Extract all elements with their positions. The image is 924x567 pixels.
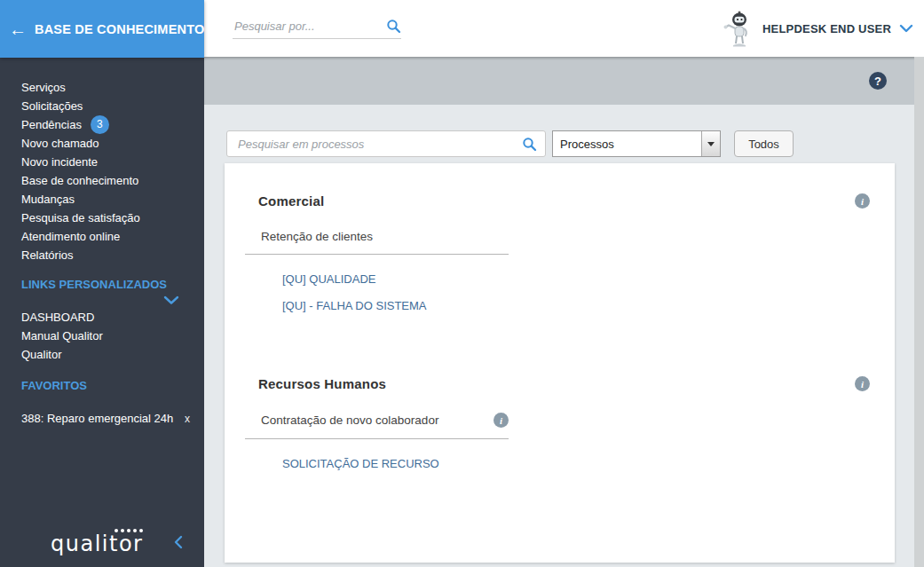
links-collapse-row (0, 293, 204, 305)
search-icon[interactable] (386, 19, 401, 34)
process-search-input[interactable] (236, 137, 517, 152)
topbar: HELPDESK END USER (204, 0, 924, 57)
app-window: ← BASE DE CONHECIMENTO ServiçosSolicitaç… (0, 0, 924, 567)
section-title: Recursos Humanos (258, 376, 386, 391)
chevron-down-icon[interactable] (163, 295, 179, 305)
sidebar-item-label: Relatórios (21, 246, 74, 264)
section-header: Comerciali (225, 193, 895, 209)
global-search (233, 19, 401, 39)
process-name: Retenção de clientes (261, 230, 373, 243)
chevron-down-icon (899, 24, 913, 33)
page-title: BASE DE CONHECIMENTO (35, 22, 204, 36)
article-link-list: SOLICITAÇÃO DE RECURSO (282, 451, 895, 477)
sidebar-footer: qualitor (0, 523, 204, 560)
section-title: Comercial (258, 193, 324, 209)
scrollbar[interactable] (914, 57, 924, 567)
sidebar-item-label: Serviços (21, 78, 66, 97)
sidebar-item-servicos[interactable]: Serviços (0, 78, 204, 97)
sidebar-item-novo-chamado[interactable]: Novo chamado (0, 134, 204, 153)
user-name: HELPDESK END USER (762, 22, 891, 35)
collapse-sidebar-icon[interactable] (174, 535, 183, 549)
sidebar-item-label: Pendências (21, 115, 82, 134)
robot-avatar (723, 10, 754, 47)
section-info-icon[interactable]: i (855, 193, 870, 209)
sidebar-link-dashboard[interactable]: DASHBOARD (0, 308, 204, 327)
sidebar-item-pesquisa-de-satisfacao[interactable]: Pesquisa de satisfação (0, 209, 204, 227)
user-menu[interactable]: HELPDESK END USER (723, 10, 913, 47)
process-group[interactable]: Retenção de clientes (245, 230, 509, 255)
favoritos-label: FAVORITOS (0, 378, 204, 394)
content: Processos Todos ComercialiRetenção de cl… (204, 105, 924, 567)
favorite-label: 388: Reparo emergencial 24h (21, 412, 173, 425)
remove-favorite-button[interactable]: x (185, 413, 190, 425)
sidebar-item-label: Base de conhecimento (21, 171, 138, 190)
select-arrow-icon (701, 131, 720, 156)
qualitor-logo: qualitor (51, 532, 143, 556)
sidebar-item-mudancas[interactable]: Mudanças (0, 190, 204, 209)
sidebar-item-label: Atendimento online (21, 227, 120, 246)
sidebar-custom-links: DASHBOARDManual QualitorQualitor (0, 308, 204, 364)
sidebar-item-label: Pesquisa de satisfação (21, 209, 140, 227)
sidebar-nav: ServiçosSolicitaçõesPendências3Novo cham… (0, 78, 204, 264)
process-info-icon[interactable]: i (494, 413, 509, 428)
sidebar-item-label: Novo incidente (21, 153, 98, 171)
search-icon[interactable] (522, 137, 537, 152)
sidebar-item-pendencias[interactable]: Pendências3 (0, 115, 204, 134)
main-area: HELPDESK END USER ? Processos (204, 0, 924, 567)
sidebar-item-label: Mudanças (21, 190, 75, 209)
logo-dots (115, 529, 143, 532)
sidebar-item-atendimento-online[interactable]: Atendimento online (0, 227, 204, 246)
sidebar-item-label: Solicitações (21, 97, 83, 115)
back-arrow-icon[interactable]: ← (9, 20, 27, 38)
favorite-item[interactable]: 388: Reparo emergencial 24h x (0, 412, 204, 425)
process-type-select[interactable]: Processos (552, 130, 721, 157)
filter-row: Processos Todos (204, 105, 924, 157)
process-group[interactable]: Contratação de novo colaboradori (245, 413, 509, 439)
process-search (226, 130, 546, 157)
section-info-icon[interactable]: i (855, 376, 870, 391)
sidebar-item-relatorios[interactable]: Relatórios (0, 246, 204, 264)
sidebar-item-novo-incidente[interactable]: Novo incidente (0, 153, 204, 171)
pending-count-badge: 3 (91, 115, 109, 134)
process-name: Contratação de novo colaborador (261, 413, 438, 427)
kb-header[interactable]: ← BASE DE CONHECIMENTO (0, 0, 204, 58)
article-link-list: [QU] QUALIDADE[QU] - FALHA DO SISTEMA (282, 266, 895, 319)
kb-article-link[interactable]: SOLICITAÇÃO DE RECURSO (282, 451, 895, 477)
section-header: Recursos Humanosi (225, 376, 895, 391)
kb-article-link[interactable]: [QU] QUALIDADE (282, 266, 895, 293)
sidebar-section-links-personalizados[interactable]: LINKS PERSONALIZADOS (0, 277, 204, 305)
kb-section-comercial: ComercialiRetenção de clientes[QU] QUALI… (225, 193, 895, 319)
sidebar-item-solicitacoes[interactable]: Solicitações (0, 97, 204, 115)
qualitor-logo-text: qualitor (51, 532, 143, 556)
toolbar: ? (204, 57, 924, 105)
sidebar-item-label: Novo chamado (21, 134, 99, 153)
sidebar-link-manual-qualitor[interactable]: Manual Qualitor (0, 327, 204, 345)
sidebar-link-qualitor[interactable]: Qualitor (0, 345, 204, 364)
sidebar-item-base-de-conhecimento[interactable]: Base de conhecimento (0, 171, 204, 190)
kb-article-link[interactable]: [QU] - FALHA DO SISTEMA (282, 293, 895, 319)
process-card: ComercialiRetenção de clientes[QU] QUALI… (225, 163, 895, 563)
help-icon[interactable]: ? (869, 72, 887, 90)
kb-section-recursos-humanos: Recursos HumanosiContratação de novo col… (225, 376, 895, 477)
select-value: Processos (553, 138, 614, 151)
todos-button[interactable]: Todos (734, 130, 794, 157)
sidebar: ← BASE DE CONHECIMENTO ServiçosSolicitaç… (0, 0, 204, 567)
global-search-input[interactable] (233, 19, 386, 34)
links-personalizados-label: LINKS PERSONALIZADOS (0, 277, 204, 293)
